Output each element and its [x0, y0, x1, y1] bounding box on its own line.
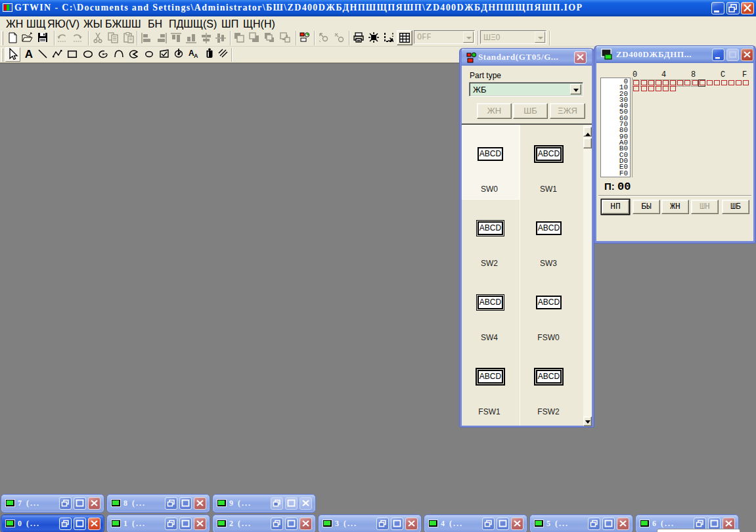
svg-text:A: A	[194, 53, 198, 59]
